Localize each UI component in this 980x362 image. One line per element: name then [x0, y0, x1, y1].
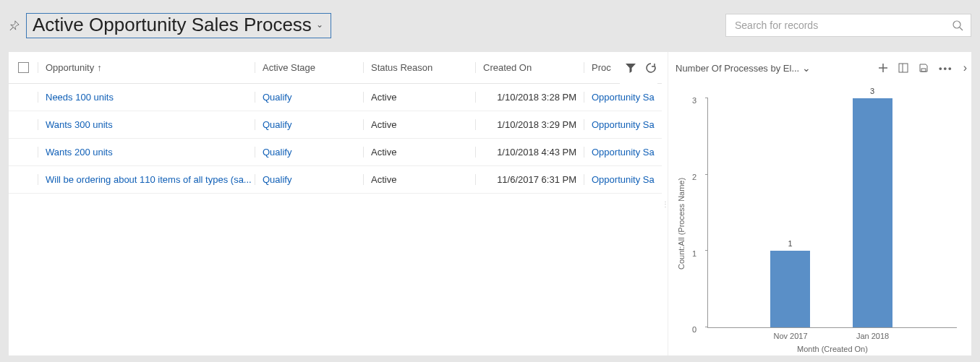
column-header-created-on[interactable]: Created On	[475, 62, 584, 73]
y-tick: 1	[692, 249, 696, 258]
process-link[interactable]: Opportunity Sa	[592, 147, 655, 158]
more-icon[interactable]: •••	[939, 63, 953, 74]
y-tick: 3	[692, 96, 696, 105]
pin-icon[interactable]	[9, 20, 20, 31]
table-row[interactable]: Wants 300 units Qualify Active 1/10/2018…	[9, 111, 662, 139]
status-text: Active	[371, 147, 396, 158]
column-header-opportunity[interactable]: Opportunity ↑	[38, 62, 255, 73]
created-text: 1/10/2018 4:43 PM	[497, 147, 576, 158]
bar-value-label: 1	[770, 239, 810, 248]
svg-point-0	[953, 21, 960, 28]
svg-rect-4	[921, 69, 926, 72]
process-link[interactable]: Opportunity Sa	[592, 174, 655, 185]
column-label: Created On	[483, 62, 532, 73]
records-grid: Opportunity ↑ Active Stage Status Reason…	[9, 52, 662, 355]
expand-chart-icon[interactable]	[898, 63, 908, 73]
opportunity-link[interactable]: Wants 300 units	[46, 119, 113, 130]
grid-header-row: Opportunity ↑ Active Stage Status Reason…	[9, 52, 662, 84]
view-selector[interactable]: Active Opportunity Sales Process ⌄	[26, 13, 331, 38]
column-header-status-reason[interactable]: Status Reason	[363, 62, 475, 73]
search-button[interactable]	[950, 18, 965, 33]
chart-pane: Number Of Processes by El... ⌄ ••• › Cou…	[668, 52, 971, 355]
chart-actions: ••• ›	[878, 61, 967, 74]
column-label: Status Reason	[371, 62, 433, 73]
select-all-checkbox[interactable]	[9, 62, 38, 73]
column-label: Opportunity	[46, 62, 94, 73]
x-tick: Jan 2018	[844, 332, 902, 340]
chevron-down-icon: ⌄	[316, 20, 323, 30]
sort-ascending-icon: ↑	[97, 62, 102, 73]
y-tick: 0	[692, 325, 696, 334]
column-header-active-stage[interactable]: Active Stage	[255, 62, 363, 73]
add-chart-icon[interactable]	[878, 63, 888, 73]
grid-header-tools	[620, 52, 657, 84]
status-text: Active	[371, 119, 396, 130]
status-text: Active	[371, 92, 396, 103]
refresh-icon[interactable]	[644, 61, 657, 74]
y-axis-label: Count:All (Process Name)	[676, 98, 687, 348]
chart-title: Number Of Processes by El...	[676, 63, 799, 74]
chart-header: Number Of Processes by El... ⌄ ••• ›	[668, 52, 971, 84]
svg-line-1	[960, 27, 963, 30]
table-row[interactable]: Will be ordering about 110 items of all …	[9, 166, 662, 194]
chart-bar[interactable]: 3	[853, 98, 892, 327]
process-link[interactable]: Opportunity Sa	[592, 119, 655, 130]
page-header: Active Opportunity Sales Process ⌄	[0, 0, 980, 52]
filter-icon[interactable]	[624, 61, 637, 74]
content-area: Opportunity ↑ Active Stage Status Reason…	[9, 52, 971, 355]
chart-selector[interactable]: Number Of Processes by El... ⌄	[676, 62, 811, 74]
view-title: Active Opportunity Sales Process	[33, 14, 312, 36]
opportunity-link[interactable]: Will be ordering about 110 items of all …	[46, 174, 252, 185]
save-chart-icon[interactable]	[919, 63, 929, 73]
x-axis-label: Month (Created On)	[708, 345, 957, 353]
table-row[interactable]: Wants 200 units Qualify Active 1/10/2018…	[9, 139, 662, 166]
pane-splitter[interactable]: ⋮	[662, 52, 668, 355]
table-row[interactable]: Needs 100 units Qualify Active 1/10/2018…	[9, 84, 662, 111]
y-tick: 2	[692, 173, 696, 181]
search-input[interactable]	[733, 19, 950, 32]
x-tick: Nov 2017	[762, 332, 819, 340]
svg-rect-2	[899, 64, 908, 72]
search-box	[725, 14, 971, 37]
column-label: Active Stage	[263, 62, 315, 73]
created-text: 1/10/2018 3:29 PM	[497, 119, 576, 130]
created-text: 11/6/2017 6:31 PM	[497, 174, 576, 185]
column-label: Proc	[592, 62, 611, 73]
chart-body: Count:All (Process Name) 0 1 2 3 1 3	[668, 84, 971, 355]
stage-link[interactable]: Qualify	[263, 174, 291, 185]
stage-link[interactable]: Qualify	[263, 147, 291, 158]
process-link[interactable]: Opportunity Sa	[592, 92, 655, 103]
created-text: 1/10/2018 3:28 PM	[497, 92, 576, 103]
opportunity-link[interactable]: Needs 100 units	[46, 92, 114, 103]
bar-value-label: 3	[853, 87, 892, 95]
chart-bar[interactable]: 1	[770, 251, 810, 327]
chart-plot-area[interactable]: 0 1 2 3 1 3 Nov 2017 Jan 2018 Month (Cr	[707, 98, 957, 328]
collapse-chart-icon[interactable]: ›	[963, 61, 967, 74]
status-text: Active	[371, 174, 396, 185]
stage-link[interactable]: Qualify	[263, 92, 291, 103]
opportunity-link[interactable]: Wants 200 units	[46, 147, 113, 158]
chevron-down-icon: ⌄	[802, 62, 811, 74]
stage-link[interactable]: Qualify	[263, 119, 291, 130]
